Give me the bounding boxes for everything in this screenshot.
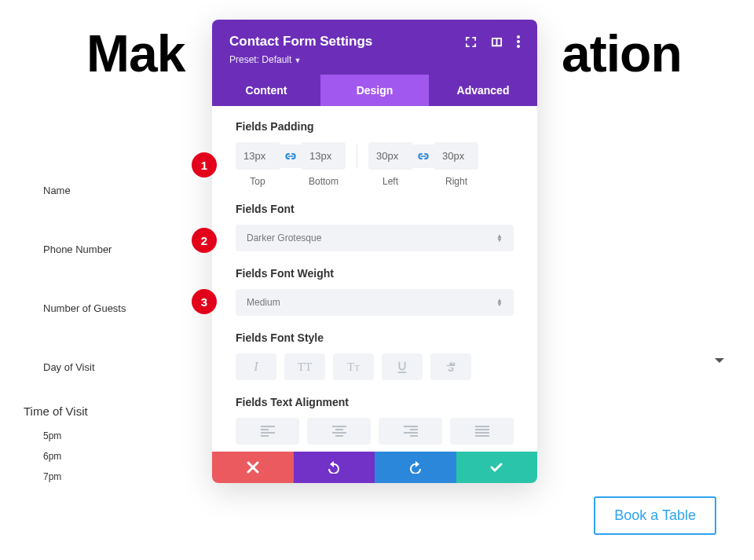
label-bottom: Bottom xyxy=(302,176,346,187)
panel-title: Contact Form Settings xyxy=(229,34,372,49)
panel-tabs: Content Design Advanced xyxy=(212,75,537,106)
time-of-visit-label: Time of Visit xyxy=(24,404,88,418)
book-a-table-button[interactable]: Book a Table xyxy=(594,496,716,535)
align-center-button[interactable] xyxy=(307,418,371,445)
svg-point-1 xyxy=(517,40,520,43)
time-option-5pm[interactable]: 5pm xyxy=(43,430,61,441)
preset-label: Preset: Default xyxy=(229,54,291,65)
sort-caret-icon: ▲▼ xyxy=(496,234,503,242)
time-option-7pm[interactable]: 7pm xyxy=(43,471,61,482)
fields-weight-label: Fields Font Weight xyxy=(236,267,514,280)
fields-padding-label: Fields Padding xyxy=(236,120,514,133)
sort-caret-icon: ▲▼ xyxy=(496,298,503,306)
padding-right-input[interactable] xyxy=(434,142,478,170)
section-fields-font: Fields Font Darker Grotesque ▲▼ xyxy=(236,203,514,251)
padding-left-input[interactable] xyxy=(368,142,412,170)
italic-button[interactable]: I xyxy=(236,353,276,380)
svg-point-0 xyxy=(517,35,520,38)
callout-1: 1 xyxy=(192,152,217,178)
redo-button[interactable] xyxy=(375,452,456,483)
link-icon[interactable] xyxy=(280,145,302,168)
cancel-button[interactable] xyxy=(212,452,294,483)
section-fields-font-style: Fields Font Style I TT TT xyxy=(236,331,514,380)
fields-style-label: Fields Font Style xyxy=(236,331,514,344)
section-fields-text-align: Fields Text Alignment xyxy=(236,396,514,445)
settings-panel: Contact Form Settings Preset: Default▼ C… xyxy=(212,20,537,483)
tab-design[interactable]: Design xyxy=(320,75,429,106)
panel-body: Fields Padding Top Bottom xyxy=(212,106,537,452)
section-fields-font-weight: Fields Font Weight Medium ▲▼ xyxy=(236,267,514,316)
fields-font-value: Darker Grotesque xyxy=(247,232,321,243)
background-form-fields: Name Phone Number Number of Guests Day o… xyxy=(43,185,126,420)
fields-font-select[interactable]: Darker Grotesque ▲▼ xyxy=(236,225,514,251)
time-options: 5pm 6pm 7pm xyxy=(43,430,61,492)
underline-button[interactable] xyxy=(382,353,423,380)
divider xyxy=(357,145,357,168)
undo-button[interactable] xyxy=(294,452,375,483)
field-phone[interactable]: Phone Number xyxy=(43,243,126,255)
fields-font-label: Fields Font xyxy=(236,203,514,215)
label-left: Left xyxy=(368,176,412,187)
strikethrough-button[interactable] xyxy=(430,353,471,380)
capitalize-button[interactable]: TT xyxy=(333,353,374,380)
padding-bottom-input[interactable] xyxy=(302,142,346,170)
panel-footer xyxy=(212,452,537,483)
expand-icon[interactable] xyxy=(465,36,477,48)
align-justify-button[interactable] xyxy=(450,418,514,445)
svg-point-2 xyxy=(517,45,520,48)
headline-part-left: Mak xyxy=(86,24,185,82)
callout-3: 3 xyxy=(192,289,217,314)
confirm-button[interactable] xyxy=(456,452,538,483)
columns-icon[interactable] xyxy=(491,36,503,48)
panel-header: Contact Form Settings Preset: Default▼ xyxy=(212,20,537,75)
label-right: Right xyxy=(434,176,478,187)
field-day[interactable]: Day of Visit xyxy=(43,361,126,373)
chevron-down-icon[interactable] xyxy=(715,358,724,363)
fields-weight-value: Medium xyxy=(247,297,280,308)
preset-dropdown[interactable]: Preset: Default▼ xyxy=(229,54,520,65)
field-name[interactable]: Name xyxy=(43,185,126,196)
callout-2: 2 xyxy=(192,228,217,253)
label-top: Top xyxy=(236,176,280,187)
tab-content[interactable]: Content xyxy=(212,75,320,106)
link-icon[interactable] xyxy=(412,145,434,168)
fields-weight-select[interactable]: Medium ▲▼ xyxy=(236,289,514,316)
headline-part-right: ation xyxy=(562,24,682,82)
section-fields-padding: Fields Padding Top Bottom xyxy=(236,120,514,187)
fields-align-label: Fields Text Alignment xyxy=(236,396,514,408)
field-guests[interactable]: Number of Guests xyxy=(43,302,126,314)
kebab-menu-icon[interactable] xyxy=(517,35,520,48)
tab-advanced[interactable]: Advanced xyxy=(429,75,537,106)
align-left-button[interactable] xyxy=(236,418,299,445)
caret-down-icon: ▼ xyxy=(294,57,301,64)
align-right-button[interactable] xyxy=(379,418,442,445)
uppercase-button[interactable]: TT xyxy=(284,353,325,380)
time-option-6pm[interactable]: 6pm xyxy=(43,451,61,462)
padding-top-input[interactable] xyxy=(236,142,280,170)
